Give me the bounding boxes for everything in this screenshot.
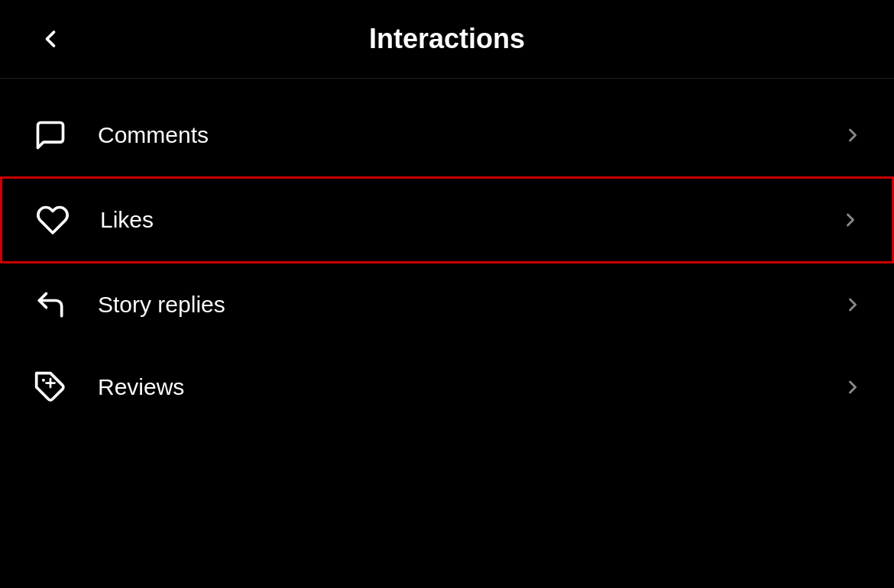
heart-icon — [33, 200, 73, 240]
menu-item-left-reviews: Reviews — [31, 367, 184, 407]
reviews-chevron-icon — [842, 376, 863, 398]
header: Interactions — [0, 0, 894, 79]
menu-item-left-story-replies: Story replies — [31, 285, 225, 325]
story-replies-chevron-icon — [842, 294, 863, 315]
menu-item-reviews[interactable]: Reviews — [0, 346, 894, 428]
back-button[interactable] — [31, 19, 70, 59]
reviews-label: Reviews — [98, 374, 184, 400]
tag-icon — [31, 367, 70, 407]
comment-icon — [31, 115, 70, 155]
menu-item-likes[interactable]: Likes — [0, 176, 894, 263]
likes-chevron-icon — [840, 209, 861, 231]
story-replies-label: Story replies — [98, 292, 225, 318]
reply-icon — [31, 285, 70, 325]
likes-label: Likes — [100, 207, 154, 233]
menu-item-comments[interactable]: Comments — [0, 94, 894, 176]
svg-point-1 — [42, 379, 45, 382]
menu-item-left-comments: Comments — [31, 115, 209, 155]
page-title: Interactions — [369, 23, 525, 55]
menu-list: Comments Likes — [0, 94, 894, 428]
menu-item-left-likes: Likes — [33, 200, 154, 240]
menu-item-story-replies[interactable]: Story replies — [0, 263, 894, 346]
comments-chevron-icon — [842, 124, 863, 146]
comments-label: Comments — [98, 122, 209, 148]
